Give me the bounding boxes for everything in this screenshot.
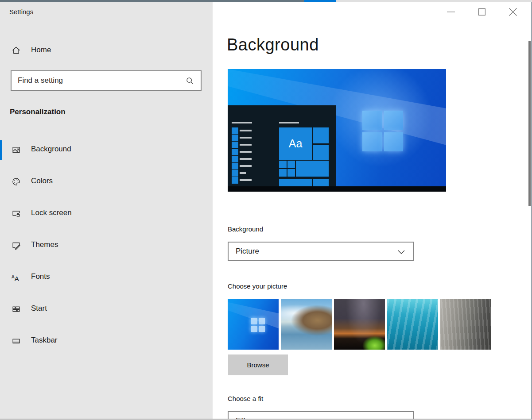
palette-icon (12, 177, 21, 186)
fit-dropdown[interactable]: Fill (228, 411, 414, 419)
search-icon[interactable] (186, 77, 194, 85)
background-dropdown-label: Background (228, 225, 263, 233)
section-header-personalization: Personalization (10, 108, 66, 116)
thumbnail-underwater[interactable] (387, 299, 438, 350)
start-tiles-icon (12, 304, 21, 314)
sidebar-item-label: Home (31, 46, 51, 54)
window-bottom-border (0, 419, 532, 420)
page-title: Background (227, 35, 319, 54)
dropdown-value: Picture (236, 247, 259, 256)
thumbnail-night-tent[interactable] (334, 299, 385, 350)
sidebar-item-start[interactable]: Start (0, 300, 213, 319)
settings-window: Settings Home Personalization (0, 0, 532, 420)
sidebar-item-label: Taskbar (31, 336, 58, 345)
fonts-icon: AA (12, 273, 19, 283)
browse-button[interactable]: Browse (228, 354, 288, 375)
taskbar-icon (12, 336, 21, 346)
thumbnail-rock-cliff[interactable] (440, 299, 491, 350)
maximize-button[interactable] (472, 4, 492, 19)
thumbnail-windows-default[interactable] (228, 299, 279, 350)
app-title: Settings (9, 8, 33, 15)
sidebar-item-label: Start (31, 304, 47, 313)
windows-logo-small (251, 318, 265, 332)
themes-icon (12, 241, 21, 250)
vertical-scrollbar[interactable] (528, 41, 531, 206)
start-menu-preview: Aa (228, 105, 336, 186)
home-icon (12, 46, 21, 55)
sidebar-item-themes[interactable]: Themes (0, 236, 213, 255)
desktop-preview-image: Aa (228, 69, 446, 192)
choose-picture-label: Choose your picture (228, 282, 287, 290)
sidebar-item-fonts[interactable]: AA Fonts (0, 268, 213, 287)
background-image-icon (12, 145, 21, 154)
sidebar-item-label: Themes (31, 240, 58, 249)
windows-logo (362, 111, 403, 151)
sidebar: Settings Home Personalization (0, 2, 213, 419)
sidebar-item-label: Lock screen (31, 208, 72, 217)
search-box[interactable] (11, 70, 202, 91)
sidebar-item-taskbar[interactable]: Taskbar (0, 331, 213, 351)
minimize-button[interactable] (441, 4, 461, 19)
sidebar-item-label: Colors (31, 177, 53, 185)
close-button[interactable] (503, 4, 523, 19)
sidebar-item-lock-screen[interactable]: Lock screen (0, 204, 213, 223)
background-type-dropdown[interactable]: Picture (228, 242, 414, 261)
taskbar-preview (228, 186, 446, 192)
selected-indicator (0, 140, 2, 160)
main-content: Background Aa (213, 2, 531, 419)
sidebar-item-label: Background (31, 145, 71, 154)
choose-fit-label: Choose a fit (228, 395, 263, 402)
search-input[interactable] (12, 71, 201, 90)
sidebar-item-home[interactable]: Home (0, 41, 213, 61)
chevron-down-icon (398, 250, 405, 254)
lock-screen-icon (12, 209, 21, 218)
thumbnail-beach-rocks[interactable] (281, 299, 332, 350)
sidebar-item-label: Fonts (31, 272, 50, 281)
sidebar-item-colors[interactable]: Colors (0, 172, 213, 192)
sidebar-item-background[interactable]: Background (0, 140, 213, 160)
aa-tile: Aa (279, 127, 312, 160)
